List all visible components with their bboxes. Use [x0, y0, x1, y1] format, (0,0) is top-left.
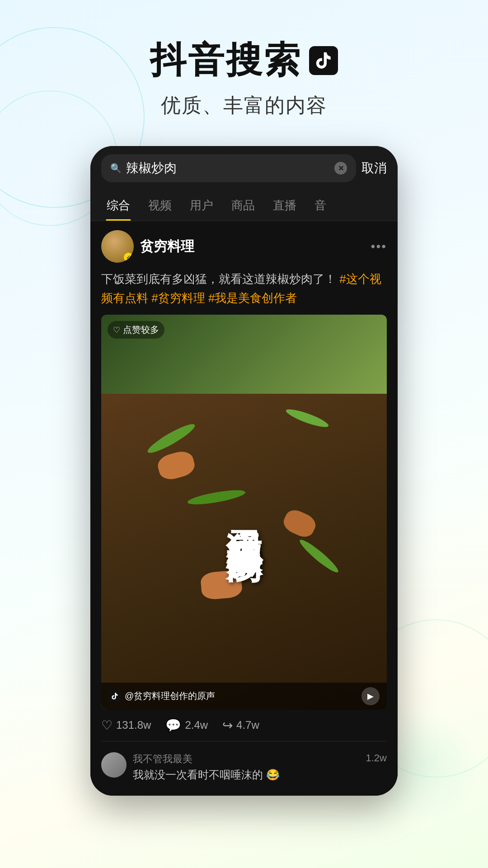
author-name[interactable]: 贫穷料理	[140, 237, 194, 256]
more-options-icon[interactable]: •••	[371, 239, 387, 254]
main-title: 抖音搜索	[0, 36, 488, 85]
audio-bar: @贫穷料理创作的原声 ▶	[101, 683, 387, 710]
phone-mockup: 🔍 辣椒炒肉 ✕ 取消 综合 视频 用户 商品 直播 音	[90, 146, 398, 796]
search-bar: 🔍 辣椒炒肉 ✕ 取消	[90, 146, 398, 190]
audio-text: @贫穷料理创作的原声	[125, 690, 215, 702]
subtitle: 优质、丰富的内容	[0, 92, 488, 119]
tab-video[interactable]: 视频	[139, 190, 181, 221]
tab-live[interactable]: 直播	[264, 190, 305, 221]
heart-engagement-icon: ♡	[101, 718, 113, 733]
comment-engagement-icon: 💬	[165, 718, 181, 733]
header: 抖音搜索 优质、丰富的内容	[0, 0, 488, 137]
search-tabs: 综合 视频 用户 商品 直播 音	[90, 190, 398, 221]
hashtag-3[interactable]: #我是美食创作者	[208, 291, 297, 305]
search-input-area[interactable]: 🔍 辣椒炒肉 ✕	[101, 154, 356, 182]
shares-count[interactable]: ↪ 4.7w	[222, 718, 259, 733]
comment-like-count: 1.2w	[366, 752, 387, 764]
video-background: 勇猛辣椒炒肉	[101, 315, 387, 710]
share-engagement-icon: ↪	[222, 718, 233, 733]
likes-count[interactable]: ♡ 131.8w	[101, 718, 151, 733]
tab-comprehensive[interactable]: 综合	[98, 190, 139, 221]
author-avatar: ✓	[101, 230, 134, 263]
video-thumbnail[interactable]: 勇猛辣椒炒肉 ♡ 点赞较多 @贫穷	[101, 315, 387, 710]
phone-mockup-container: 🔍 辣椒炒肉 ✕ 取消 综合 视频 用户 商品 直播 音	[0, 146, 488, 796]
tiktok-svg	[314, 51, 333, 71]
comment-username[interactable]: 我不管我最美	[133, 752, 360, 766]
search-results-content: ✓ 贫穷料理 ••• 下饭菜到底有多凶猛，就看这道辣椒炒肉了！ #这个视频有点料…	[90, 221, 398, 796]
comments-count[interactable]: 💬 2.4w	[165, 718, 208, 733]
verified-badge: ✓	[124, 253, 133, 262]
tiktok-logo-icon	[309, 46, 338, 75]
post-description: 下饭菜到底有多凶猛，就看这道辣椒炒肉了！ #这个视频有点料 #贫穷料理 #我是美…	[101, 270, 387, 307]
video-text-overlay: 勇猛辣椒炒肉	[101, 315, 387, 710]
heart-icon: ♡	[113, 325, 120, 335]
tab-audio[interactable]: 音	[305, 190, 335, 221]
play-button[interactable]: ▶	[361, 687, 380, 705]
tiktok-small-icon	[108, 690, 121, 703]
comments-section: 我不管我最美 我就没一次看时不咽唾沫的 😂 1.2w	[101, 741, 387, 787]
tab-product[interactable]: 商品	[222, 190, 264, 221]
likes-badge: ♡ 点赞较多	[108, 321, 164, 339]
comment-avatar	[101, 752, 127, 778]
author-info: ✓ 贫穷料理	[101, 230, 194, 263]
search-cancel-button[interactable]: 取消	[361, 160, 387, 177]
hashtag-2[interactable]: #贫穷料理	[151, 291, 205, 305]
comment-text: 我就没一次看时不咽唾沫的 😂	[133, 768, 360, 782]
likes-badge-text: 点赞较多	[123, 324, 159, 336]
search-icon: 🔍	[110, 163, 122, 174]
audio-left: @贫穷料理创作的原声	[108, 690, 215, 703]
video-title-text: 勇猛辣椒炒肉	[224, 501, 264, 523]
tab-user[interactable]: 用户	[181, 190, 222, 221]
search-clear-button[interactable]: ✕	[334, 162, 347, 175]
post-header: ✓ 贫穷料理 •••	[101, 230, 387, 263]
engagement-bar: ♡ 131.8w 💬 2.4w ↪ 4.7w	[101, 710, 387, 741]
comment-item: 我不管我最美 我就没一次看时不咽唾沫的 😂 1.2w	[101, 748, 387, 787]
comment-content: 我不管我最美 我就没一次看时不咽唾沫的 😂	[133, 752, 360, 782]
search-query: 辣椒炒肉	[126, 160, 330, 177]
